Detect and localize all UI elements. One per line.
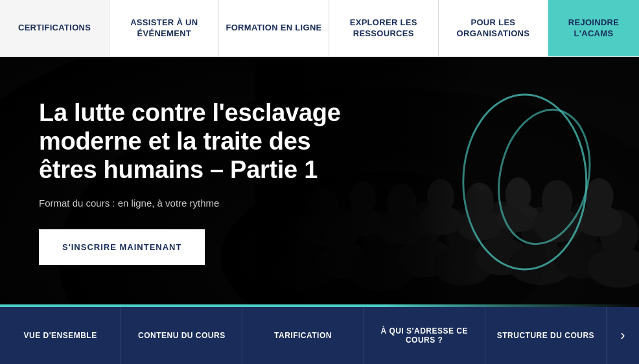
bottom-nav: VUE D'ENSEMBLE CONTENU DU COURS TARIFICA… <box>0 307 639 364</box>
hero-section: La lutte contre l'esclavage moderne et l… <box>0 57 639 307</box>
bottom-nav-contenu[interactable]: CONTENU DU COURS <box>121 307 242 364</box>
nav-item-assister[interactable]: ASSISTER À UN ÉVÉNEMENT <box>110 0 219 56</box>
cta-button[interactable]: S'INSCRIRE MAINTENANT <box>39 229 205 265</box>
bottom-nav-a-qui[interactable]: À QUI S'ADRESSE CE COURS ? <box>364 307 485 364</box>
nav-item-organisations[interactable]: POUR LES ORGANISATIONS <box>439 0 548 56</box>
bottom-nav-structure[interactable]: STRUCTURE DU COURS <box>485 307 607 364</box>
teal-wave-decoration <box>0 304 639 307</box>
hero-subtitle: Format du cours : en ligne, à votre ryth… <box>39 198 350 209</box>
nav-item-explorer[interactable]: EXPLORER LES RESSOURCES <box>329 0 439 56</box>
top-nav: CERTIFICATIONS ASSISTER À UN ÉVÉNEMENT F… <box>0 0 639 57</box>
bottom-nav-next-arrow[interactable]: › <box>607 307 639 364</box>
nav-item-certifications[interactable]: CERTIFICATIONS <box>0 0 110 56</box>
bottom-nav-tarification[interactable]: TARIFICATION <box>242 307 364 364</box>
nav-item-rejoindre[interactable]: REJOINDRE L'ACAMS <box>548 0 639 56</box>
hero-title: La lutte contre l'esclavage moderne et l… <box>39 99 350 184</box>
bottom-nav-vue-ensemble[interactable]: VUE D'ENSEMBLE <box>0 307 121 364</box>
nav-item-formation[interactable]: FORMATION EN LIGNE <box>219 0 329 56</box>
hero-content: La lutte contre l'esclavage moderne et l… <box>0 99 389 264</box>
